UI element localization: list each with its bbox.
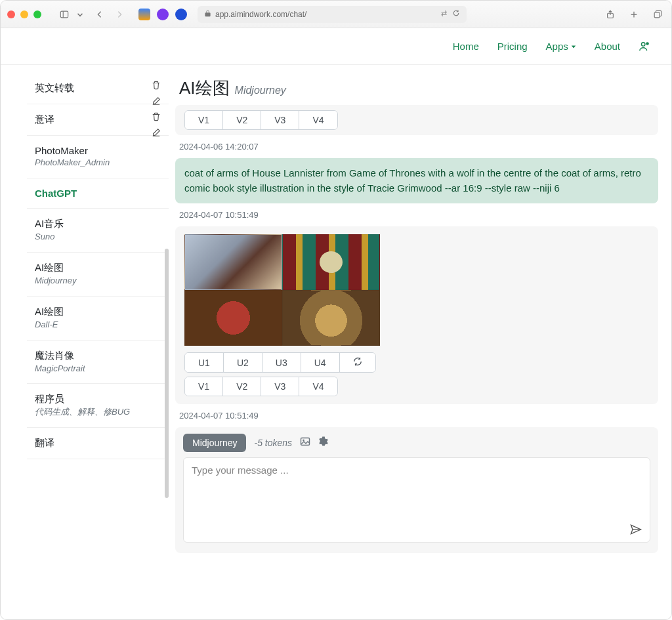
sidebar-item-title: AI绘图 <box>35 262 158 274</box>
extension-icon[interactable] <box>175 9 187 20</box>
variation-row: V1 V2 V3 V4 <box>184 110 338 130</box>
main-panel: AI绘图 Midjourney V1 V2 V3 V4 2024-04-06 1… <box>169 65 671 619</box>
sidebar-item[interactable]: PhotoMakerPhotoMaker_Admin <box>27 136 169 178</box>
message-input[interactable] <box>183 457 650 543</box>
v2-button[interactable]: V2 <box>223 111 261 129</box>
sidebar-item-subtitle: MagicPortrait <box>35 363 158 375</box>
trash-icon[interactable] <box>152 81 161 93</box>
page-subtitle: Midjourney <box>235 85 286 96</box>
page-header: AI绘图 Midjourney <box>175 65 658 105</box>
extension-icon[interactable] <box>138 9 150 20</box>
sidebar-item[interactable]: 翻译 <box>27 428 169 459</box>
result-image-2[interactable] <box>282 234 380 290</box>
image-attach-icon[interactable] <box>300 436 310 449</box>
sidebar-item-subtitle: Suno <box>35 232 158 243</box>
timestamp: 2024-04-07 10:51:49 <box>175 210 658 220</box>
v2-button[interactable]: V2 <box>223 377 261 396</box>
nav-apps[interactable]: Apps <box>546 41 576 52</box>
sidebar-item[interactable]: AI音乐Suno <box>27 209 169 253</box>
sidebar-item[interactable]: 程序员代码生成、解释、修BUG <box>27 384 169 428</box>
new-tab-icon[interactable] <box>627 7 641 22</box>
caret-down-icon <box>571 44 576 49</box>
sidebar-item-title: 程序员 <box>35 393 158 405</box>
v4-button[interactable]: V4 <box>299 111 337 129</box>
sidebar-item[interactable]: ChatGPT <box>27 178 169 209</box>
sidebar-item[interactable]: 英文转载 <box>27 73 169 104</box>
nav-apps-label: Apps <box>546 41 568 52</box>
upscale-row: U1 U2 U3 U4 <box>184 352 376 373</box>
sidebar-item-subtitle: 代码生成、解释、修BUG <box>35 407 158 418</box>
v1-button[interactable]: V1 <box>185 111 223 129</box>
sidebar-item-title: AI绘图 <box>35 306 158 318</box>
share-icon[interactable] <box>603 7 618 22</box>
nav-home[interactable]: Home <box>453 41 479 52</box>
svg-rect-6 <box>654 12 660 17</box>
sidebar-item-subtitle: Midjourney <box>35 276 158 287</box>
sidebar-item-title: 意译 <box>35 114 158 126</box>
reload-icon[interactable] <box>452 9 460 19</box>
v3-button[interactable]: V3 <box>261 111 299 129</box>
v1-button[interactable]: V1 <box>185 377 223 396</box>
variation-card: V1 V2 V3 V4 <box>175 105 658 135</box>
u1-button[interactable]: U1 <box>185 353 224 372</box>
sidebar-item[interactable]: AI绘图Midjourney <box>27 253 169 297</box>
result-image-3[interactable] <box>184 290 282 346</box>
sidebar-item[interactable]: 意译 <box>27 104 169 136</box>
translate-icon[interactable]: ⇄ <box>441 9 447 19</box>
sidebar-item-title: ChatGPT <box>35 188 158 199</box>
u4-button[interactable]: U4 <box>301 353 340 372</box>
close-window-button[interactable] <box>7 10 15 18</box>
sidebar-item-title: PhotoMaker <box>35 145 158 156</box>
result-image-1[interactable] <box>184 234 282 290</box>
user-prompt-bubble: coat of arms of House Lannister from Gam… <box>175 158 658 203</box>
result-card: U1 U2 U3 U4 V1 V2 V3 <box>175 226 658 404</box>
model-pill[interactable]: Midjourney <box>183 434 246 452</box>
svg-rect-0 <box>60 11 68 18</box>
extension-icon[interactable] <box>157 9 169 20</box>
sidebar-item[interactable]: 魔法肖像MagicPortrait <box>27 341 169 384</box>
back-button[interactable] <box>93 7 107 22</box>
prompt-text: coat of arms of House Lannister from Gam… <box>184 167 641 194</box>
tabs-overview-icon[interactable] <box>650 7 665 22</box>
top-nav: Home Pricing Apps About <box>1 28 671 65</box>
reroll-button[interactable] <box>340 353 375 372</box>
lock-icon <box>204 10 211 19</box>
image-grid[interactable] <box>184 234 380 346</box>
result-image-4[interactable] <box>282 290 380 346</box>
chevron-down-icon[interactable] <box>73 7 87 22</box>
address-bar[interactable]: app.aimindwork.com/chat/ ⇄ <box>198 6 467 23</box>
settings-icon[interactable] <box>318 436 329 449</box>
chat-log: V1 V2 V3 V4 2024-04-06 14:20:07 coat of … <box>175 105 658 619</box>
sidebar-toggle-icon[interactable] <box>57 7 72 22</box>
maximize-window-button[interactable] <box>33 10 41 18</box>
account-icon[interactable] <box>639 41 650 52</box>
sidebar-item[interactable]: AI绘图Dall-E <box>27 297 169 341</box>
token-cost: -5 tokens <box>254 438 292 448</box>
sidebar-item-title: 英文转载 <box>35 82 158 94</box>
app: Home Pricing Apps About 英文转载意译PhotoMaker… <box>1 28 671 619</box>
timestamp: 2024-04-06 14:20:07 <box>175 142 658 152</box>
send-button[interactable] <box>629 523 642 539</box>
page-title: AI绘图 <box>179 77 230 100</box>
v3-button[interactable]: V3 <box>261 377 299 396</box>
sidebar-item-subtitle: Dall-E <box>35 320 158 331</box>
titlebar: app.aimindwork.com/chat/ ⇄ <box>1 1 671 28</box>
svg-marker-7 <box>572 45 576 48</box>
nav-pricing[interactable]: Pricing <box>497 41 528 52</box>
u2-button[interactable]: U2 <box>224 353 262 372</box>
browser-extensions <box>138 9 187 20</box>
minimize-window-button[interactable] <box>20 10 28 18</box>
variation-row-2: V1 V2 V3 V4 <box>184 377 338 396</box>
v4-button[interactable]: V4 <box>299 377 337 396</box>
u3-button[interactable]: U3 <box>262 353 301 372</box>
sidebar: 英文转载意译PhotoMakerPhotoMaker_AdminChatGPTA… <box>27 65 169 619</box>
trash-icon[interactable] <box>152 112 161 124</box>
composer: Midjourney -5 tokens <box>175 427 658 553</box>
sidebar-item-title: AI音乐 <box>35 218 158 230</box>
sidebar-item-title: 魔法肖像 <box>35 350 158 362</box>
svg-point-13 <box>303 440 304 442</box>
forward-button[interactable] <box>112 7 127 22</box>
url-text: app.aimindwork.com/chat/ <box>215 10 306 19</box>
scrollbar-thumb[interactable] <box>165 249 169 498</box>
nav-about[interactable]: About <box>595 41 620 52</box>
